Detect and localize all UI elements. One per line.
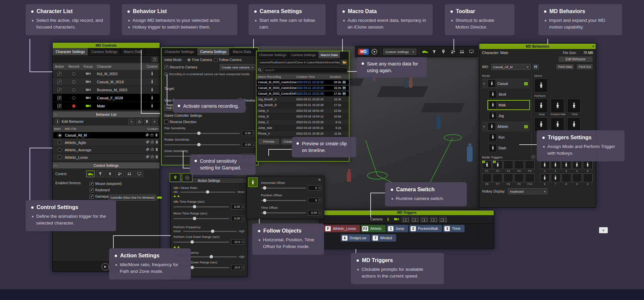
character-row[interactable]: Kid_M_0002: [53, 70, 160, 78]
idle-move-slider[interactable]: [180, 192, 235, 193]
perform-trigger-cell[interactable]: 6: [540, 173, 550, 186]
play-button[interactable]: ▶: [102, 263, 109, 270]
macro-row[interactable]: Casual_M_0033_ControlOnPath 2022-03-21 1…: [257, 91, 349, 97]
save-macro-icon[interactable]: [342, 81, 346, 84]
trigger-chip[interactable]: F Athletic_Loose: [324, 225, 360, 232]
edit-behavior-button[interactable]: Edit Behavior: [558, 56, 593, 62]
reverse-direction-checkbox[interactable]: Reverse Direction: [164, 120, 255, 124]
mode-tree-row[interactable]: ▾ Athletic 2: [482, 121, 530, 132]
free-camera-icon[interactable]: [393, 216, 400, 223]
active-checkbox[interactable]: [57, 88, 61, 92]
trash-icon[interactable]: [155, 155, 158, 159]
camera-preset-button[interactable]: [439, 217, 447, 222]
macro-row[interactable]: Jog_Breath_A 2022-03-21 10:22:43 16.3s: [257, 97, 349, 102]
focus-camera-icon[interactable]: [86, 72, 91, 76]
main-behavior-radio[interactable]: [58, 141, 61, 144]
device-checkbox-row[interactable]: Keyboard: [90, 187, 157, 193]
macro-row[interactable]: Jump_C 2022-03-21 10:03:29 8.1s: [257, 119, 349, 125]
trash-icon[interactable]: [155, 140, 158, 145]
vehicle-control-icon[interactable]: [422, 48, 428, 55]
expand-arrow-icon[interactable]: ▾: [483, 125, 486, 128]
controller-dropdown[interactable]: Controller (Xbox One For Windows): [108, 195, 156, 201]
perform-trigger-cell[interactable]: 8: [561, 173, 571, 186]
macro-row[interactable]: Phone_A 2022-03-21 10:30:20 11.0s: [257, 131, 349, 137]
mode-trigger-cell[interactable]: 2 F2: [493, 160, 502, 172]
camera-preset-button[interactable]: [430, 217, 437, 222]
offset-slider[interactable]: [261, 200, 306, 201]
tab[interactable]: Camera Settings: [289, 51, 318, 58]
range-marker[interactable]: [173, 195, 176, 197]
behavior-person-icon[interactable]: [55, 119, 60, 124]
mode-trigger-cell[interactable]: F7: [493, 173, 502, 186]
waypoint-control-button[interactable]: [106, 170, 114, 177]
delete-behavior-icon[interactable]: [144, 119, 150, 124]
perform-trigger-cell[interactable]: 5: [583, 160, 593, 172]
focus-camera-icon[interactable]: [86, 88, 91, 92]
device-checkbox[interactable]: [90, 195, 94, 199]
perform-trigger-cell[interactable]: 7: [551, 173, 560, 186]
collapse-button[interactable]: —: [54, 111, 57, 117]
offset-spinner[interactable]: 0: [308, 185, 321, 191]
value-spinner[interactable]: 6.00: [231, 204, 245, 209]
cooldown-slider[interactable]: [173, 242, 229, 243]
custom-settings-dropdown[interactable]: Custom Settings: [383, 49, 416, 55]
trigger-chip[interactable]: 1 Jump: [387, 225, 408, 232]
active-checkbox[interactable]: [57, 96, 61, 100]
main-behavior-radio[interactable]: [58, 155, 61, 159]
trash-icon[interactable]: [155, 133, 158, 138]
perform-trigger-cell[interactable]: 3: [561, 160, 571, 172]
macro-action-button[interactable]: Preview: [258, 138, 280, 145]
focus-camera-icon[interactable]: [86, 104, 91, 108]
range-marker[interactable]: [177, 246, 180, 248]
add-behavior-icon[interactable]: +: [128, 119, 135, 124]
gear-icon[interactable]: [146, 133, 149, 138]
record-toggle[interactable]: [72, 80, 75, 84]
main-behavior-radio[interactable]: [58, 134, 62, 137]
macro-row[interactable]: Jump_A 2022-03-18 19:01:44 12.6s: [257, 108, 349, 114]
free-camera-radio[interactable]: Free Camera: [187, 58, 212, 62]
value-spinner[interactable]: 10.0: [231, 265, 245, 270]
export-icon[interactable]: [151, 155, 154, 159]
export-icon[interactable]: [151, 140, 154, 145]
device-checkbox[interactable]: [90, 182, 94, 186]
mode-tree-row[interactable]: ▾ Stroll: [487, 89, 530, 99]
gear-icon[interactable]: [146, 148, 149, 152]
search-input[interactable]: [263, 67, 347, 73]
frequency-slider[interactable]: [183, 231, 237, 232]
value-spinner[interactable]: 10.0: [231, 239, 245, 245]
control-person-icon[interactable]: [151, 80, 154, 84]
tab[interactable]: Camera Settings: [197, 48, 230, 55]
camera-preset-button[interactable]: [402, 217, 409, 222]
active-checkbox[interactable]: [57, 72, 61, 76]
trash-icon[interactable]: [155, 148, 158, 152]
tab[interactable]: Character Settings: [53, 48, 88, 55]
edit-behavior-label[interactable]: Edit Behavior: [62, 119, 84, 123]
mode-trigger-cell[interactable]: F9: [514, 173, 524, 186]
character-row[interactable]: Casual_F_0028: [53, 94, 160, 102]
focus-camera-icon[interactable]: [86, 80, 91, 84]
record-toggle[interactable]: [72, 104, 75, 108]
save-imd-icon[interactable]: [533, 64, 539, 69]
range-marker[interactable]: [173, 246, 176, 248]
tab[interactable]: Macro Data: [121, 48, 145, 55]
mode-tree-row[interactable]: ▾ Run: [487, 132, 530, 142]
collapse-button[interactable]: —: [54, 162, 57, 168]
clipboard-icon[interactable]: [152, 57, 158, 62]
character-row[interactable]: Business_M_0003: [53, 86, 160, 94]
camera-preset-button[interactable]: [411, 217, 419, 222]
crowd-icon[interactable]: [459, 48, 466, 55]
waypoint-icon[interactable]: [440, 48, 447, 55]
macro-row[interactable]: Jump_side 2022-03-18 19:03:21 8.2s: [257, 125, 349, 131]
behavior-row[interactable]: Casual_All_M: [53, 132, 160, 139]
follow-camera-icon[interactable]: [385, 216, 391, 223]
trigger-chip[interactable]: 2 PocketsWalk: [409, 225, 442, 232]
mode-trigger-cell[interactable]: 1 F1: [482, 160, 492, 172]
waypoint-mode-button[interactable]: [170, 173, 180, 182]
behavior-row[interactable]: Athletic_Agile: [53, 139, 160, 146]
perform-trigger-cell[interactable]: 2: [551, 160, 560, 172]
reset-label[interactable]: R: [319, 178, 321, 182]
camera-target-dropdown[interactable]: Create new camera: [220, 64, 255, 70]
hotkey-display-dropdown[interactable]: Keyboard: [508, 188, 547, 194]
pack-ext-button[interactable]: Pack Ext: [576, 64, 593, 70]
tab[interactable]: Camera Settings: [88, 48, 121, 55]
